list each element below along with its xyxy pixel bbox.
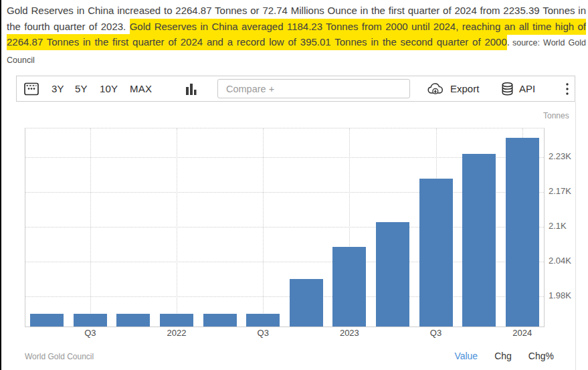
y-axis-tick-label: 2.23K: [549, 151, 571, 161]
data-bar[interactable]: [462, 154, 496, 327]
description-paragraph: Gold Reserves in China increased to 2264…: [7, 3, 586, 68]
x-axis-tick-label: 2022: [167, 328, 187, 338]
x-axis-tick-label: Q3: [84, 328, 96, 338]
data-bar[interactable]: [246, 314, 280, 327]
bar-chart-type-icon: [186, 83, 197, 95]
y-axis-tick-label: 2.04K: [549, 256, 571, 266]
data-bar[interactable]: [419, 179, 453, 327]
data-bar[interactable]: [332, 247, 366, 327]
description-period: .: [507, 36, 510, 48]
footer-links: Value Chg Chg%: [454, 351, 554, 361]
plot-area: [25, 128, 545, 327]
export-label: Export: [450, 83, 479, 94]
y-axis-unit-label: Tonnes: [543, 111, 569, 120]
container-border: [575, 102, 576, 370]
chart-source-text: World Gold Council: [25, 352, 94, 361]
x-axis-tick-label: Q3: [258, 328, 269, 338]
data-bar[interactable]: [30, 314, 64, 327]
compare-input[interactable]: [217, 79, 410, 98]
data-bar[interactable]: [74, 314, 107, 327]
y-axis-tick-label: 2.1K: [549, 221, 567, 231]
range-button-10y[interactable]: 10Y: [100, 76, 118, 101]
y-axis-tick-label: 1.98K: [549, 290, 571, 300]
cloud-download-icon: [427, 82, 445, 96]
value-link[interactable]: Value: [454, 351, 478, 361]
kebab-menu-icon: [565, 82, 569, 96]
chg-link[interactable]: Chg: [494, 351, 512, 361]
api-button[interactable]: API: [501, 76, 535, 101]
x-axis-tick-label: 2023: [340, 328, 359, 338]
export-button[interactable]: Export: [427, 76, 479, 101]
chart-type-button[interactable]: [186, 76, 197, 101]
vertical-gridline: [90, 128, 91, 327]
data-bar[interactable]: [376, 222, 409, 327]
more-options-button[interactable]: [563, 76, 572, 101]
data-bar[interactable]: [203, 314, 237, 327]
vertical-gridline: [263, 128, 264, 327]
calendar-button[interactable]: [23, 76, 39, 101]
vertical-gridline: [177, 128, 177, 327]
calendar-icon: [23, 81, 39, 96]
x-axis-tick-label: 2024: [512, 328, 532, 338]
page: Gold Reserves in China increased to 2264…: [0, 0, 588, 370]
api-label: API: [519, 83, 535, 94]
database-icon: [501, 82, 514, 96]
range-button-3y[interactable]: 3Y: [52, 76, 64, 101]
chgpct-link[interactable]: Chg%: [528, 351, 554, 361]
range-button-max[interactable]: MAX: [130, 76, 152, 101]
data-bar[interactable]: [160, 314, 193, 327]
y-axis-tick-label: 2.17K: [549, 186, 571, 196]
x-axis-tick-label: Q3: [430, 328, 442, 338]
data-bar[interactable]: [506, 138, 539, 327]
range-button-5y[interactable]: 5Y: [75, 76, 88, 101]
chart-toolbar: 3Y 5Y 10Y MAX Expo: [16, 76, 575, 102]
data-bar[interactable]: [290, 279, 323, 327]
data-bar[interactable]: [116, 314, 150, 327]
